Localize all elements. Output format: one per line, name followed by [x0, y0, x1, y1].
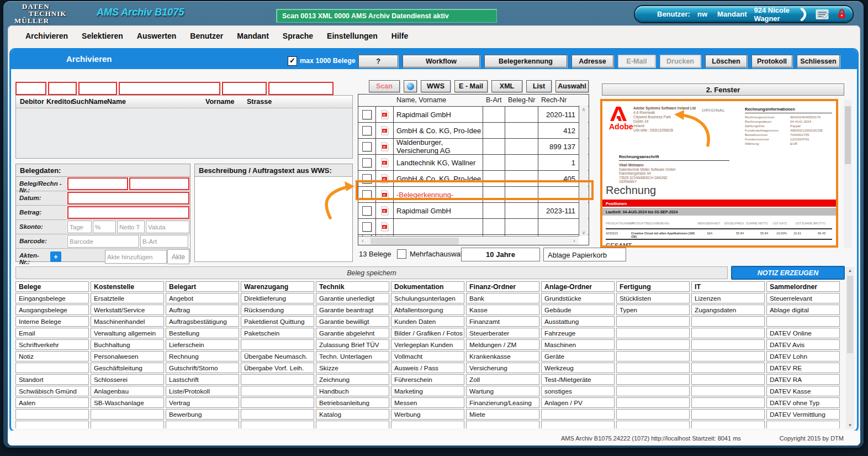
beschreibung-textarea[interactable]	[195, 177, 352, 261]
notes-icon[interactable]	[816, 9, 829, 19]
category-cell[interactable]: Krankenkasse	[466, 351, 539, 361]
category-cell[interactable]: DATEV RA	[766, 374, 840, 385]
beleg-nr-input-2[interactable]	[129, 177, 189, 190]
category-cell[interactable]: Gebäude	[541, 305, 615, 315]
scroll-left-icon[interactable]: ‹	[359, 237, 367, 244]
barcode-input[interactable]	[67, 235, 139, 248]
grid-scrollbar[interactable]: ▲ ▼	[846, 267, 854, 429]
header-button-lschen[interactable]: Löschen	[705, 55, 747, 67]
category-cell[interactable]: DATEV Online	[766, 328, 840, 338]
category-cell[interactable]: Techn. Unterlagen	[316, 351, 389, 361]
category-cell[interactable]: Messen	[391, 397, 464, 408]
category-cell[interactable]: Ablage digital	[766, 305, 840, 315]
category-cell[interactable]: DATEV Avis	[766, 339, 840, 350]
category-cell[interactable]: Vertrag	[166, 397, 239, 408]
search-filter-input[interactable]	[48, 82, 77, 95]
mehrfachauswahl-checkbox[interactable]	[397, 249, 406, 259]
category-cell[interactable]: Interne Belege	[15, 316, 89, 327]
category-cell[interactable]: Aalen	[15, 397, 89, 408]
category-cell[interactable]: Kasse	[466, 305, 539, 315]
category-cell[interactable]: Anlagenbau	[91, 386, 164, 396]
category-cell[interactable]: Garantie beantragt	[316, 305, 389, 315]
address-search-table[interactable]: DebitorKreditorSuchNameNameVornameStrass…	[15, 95, 353, 159]
skonto-netto-input[interactable]	[117, 221, 145, 233]
max-1000-checkbox[interactable]: ✓	[288, 56, 297, 66]
category-cell[interactable]: Finanzierung/Leasing	[466, 397, 539, 408]
skonto-tage-input[interactable]	[67, 221, 92, 233]
category-cell[interactable]: Steuerberater	[466, 328, 539, 338]
header-button-belegerkennung[interactable]: Belegerkennung	[484, 55, 567, 67]
lock-icon[interactable]	[838, 9, 846, 19]
category-cell[interactable]: Werkzeug	[541, 363, 615, 373]
tab-auswahl[interactable]: Auswahl	[555, 80, 589, 92]
category-cell[interactable]: DATEV RE	[766, 363, 840, 373]
menu-item-einstellungen[interactable]: Einstellungen	[327, 32, 378, 40]
scroll-down-icon[interactable]: ∨	[579, 229, 588, 236]
menu-item-archivieren[interactable]: Archivieren	[25, 32, 68, 40]
category-cell[interactable]: Maschinenhandel	[91, 316, 164, 327]
row-checkbox[interactable]	[362, 222, 372, 232]
category-cell[interactable]: Grundstücke	[541, 293, 615, 303]
search-filter-input[interactable]	[222, 82, 267, 95]
category-cell[interactable]: Maschinen	[541, 339, 615, 350]
row-checkbox[interactable]	[362, 110, 372, 119]
row-checkbox[interactable]	[362, 126, 372, 135]
category-cell[interactable]: DATEV Vermittlung	[766, 409, 840, 420]
beleg-nr-input-1[interactable]	[67, 177, 128, 190]
document-row[interactable]: GmbH & Co. KG, Pro-Idee412	[358, 123, 589, 139]
category-cell[interactable]: Übergabe Neumasch.	[241, 351, 314, 361]
skonto-prozent-input[interactable]	[93, 221, 116, 233]
akte-hinzufuegen-input[interactable]	[105, 250, 167, 264]
category-cell[interactable]: Lastschrift	[166, 374, 239, 385]
add-akte-button[interactable]: +	[50, 251, 61, 262]
category-cell[interactable]: Paketschein	[241, 328, 314, 338]
scroll-up-icon[interactable]: ▲	[846, 267, 854, 274]
category-cell[interactable]: Zoll	[466, 374, 539, 385]
category-cell[interactable]: Finanzamt	[466, 316, 539, 327]
ablage-papierkorb-field[interactable]: Ablage Papierkorb	[543, 248, 626, 261]
category-cell[interactable]: Rücksendung	[241, 305, 314, 315]
tab-wws[interactable]: WWS	[421, 80, 451, 92]
category-cell[interactable]: Zugangsdaten	[691, 305, 765, 315]
beleg-speichern-bar[interactable]: Beleg speichern	[15, 266, 728, 279]
search-filter-input[interactable]	[119, 82, 220, 95]
header-button-?[interactable]: ?	[358, 55, 398, 67]
category-cell[interactable]: DATEV Lohn	[766, 351, 840, 361]
category-cell[interactable]: Zeichnung	[316, 374, 389, 385]
category-cell[interactable]: Bewerbung	[166, 409, 239, 420]
barcode-bart-input[interactable]	[140, 235, 188, 248]
category-cell[interactable]: Direktlieferung	[241, 293, 314, 303]
category-cell[interactable]: Vollmacht	[391, 351, 464, 361]
category-cell[interactable]: Bank	[466, 293, 539, 303]
category-cell[interactable]: Garantie bewilligt	[316, 316, 389, 327]
akte-button[interactable]: Akte	[167, 249, 189, 264]
document-row[interactable]: Rapidmail GmbH2020-111	[358, 107, 589, 123]
category-cell[interactable]: Ausstattung	[541, 316, 615, 327]
scroll-up-icon[interactable]: ∧	[579, 106, 588, 113]
search-filter-input[interactable]	[15, 82, 46, 95]
search-filter-input[interactable]	[78, 82, 117, 95]
header-button-workflow[interactable]: Workflow	[403, 55, 480, 67]
category-cell[interactable]: Bilder / Grafiken / Fotos	[391, 328, 464, 338]
category-cell[interactable]: DATEV Kasse	[766, 386, 840, 396]
phone-icon[interactable]	[800, 8, 807, 21]
category-cell[interactable]: Gutschrift/Storno	[166, 363, 239, 373]
category-cell[interactable]: Garantie unerledigt	[316, 293, 389, 303]
category-cell[interactable]: Schlosserei	[91, 374, 164, 385]
category-cell[interactable]: Typen	[616, 305, 690, 315]
menu-item-selektieren[interactable]: Selektieren	[82, 32, 123, 40]
category-cell[interactable]: Miete	[466, 409, 539, 420]
scroll-right-icon[interactable]: ›	[570, 237, 578, 244]
document-row[interactable]: Rapidmail GmbH2023-111	[358, 203, 589, 219]
category-cell[interactable]: Auftragsbestätigung	[166, 316, 239, 327]
category-cell[interactable]: Liste/Protokoll	[166, 386, 239, 396]
category-cell[interactable]: Skizze	[316, 363, 389, 373]
scrollbar-thumb[interactable]	[847, 276, 853, 353]
doc-horizontal-scrollbar[interactable]: ‹ ›	[358, 236, 579, 245]
category-cell[interactable]: SB-Waschanlage	[91, 397, 164, 408]
category-cell[interactable]: Geschäftsleitung	[91, 363, 164, 373]
category-cell[interactable]: Verwaltung allgemein	[91, 328, 164, 338]
menu-item-sprache[interactable]: Sprache	[283, 32, 313, 40]
category-cell[interactable]: Wartung	[466, 386, 539, 396]
second-window-header[interactable]: 2. Fenster	[602, 83, 844, 96]
